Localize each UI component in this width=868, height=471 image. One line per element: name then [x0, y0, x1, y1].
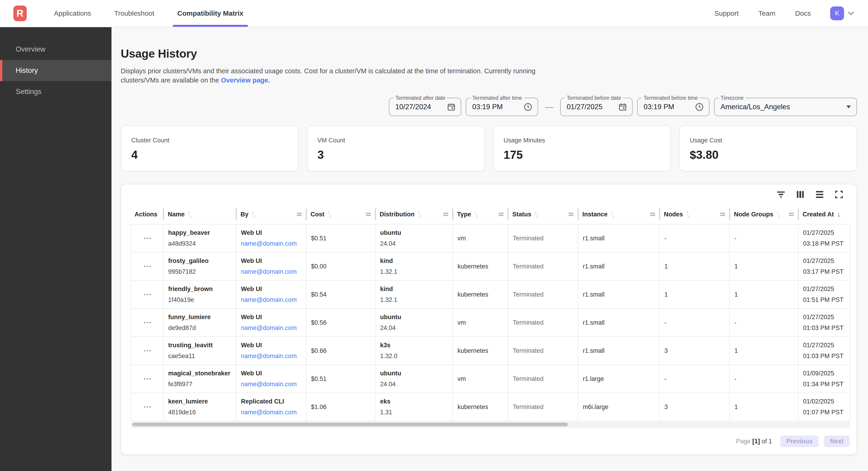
sort-icon[interactable]: ↑↓ — [187, 211, 192, 218]
table-cell — [130, 225, 163, 252]
sort-icon[interactable]: ↑↓ — [534, 211, 539, 218]
density-icon[interactable] — [814, 189, 825, 200]
nodes-value: 1 — [664, 289, 726, 300]
next-page-button[interactable]: Next — [824, 436, 849, 447]
column-header-nodes[interactable]: Nodes↑↓ — [660, 205, 730, 224]
instance-value: m6i.large — [583, 402, 656, 412]
cluster-id: 995b7182 — [168, 266, 232, 277]
sidebar-item-settings[interactable]: Settings — [0, 81, 112, 102]
filter-icon[interactable] — [776, 189, 786, 200]
created-by-email-link[interactable]: name@domain.com — [241, 379, 302, 390]
column-menu-icon[interactable] — [789, 213, 794, 216]
table-row: magical_stonebrakerfe3f8977Web UIname@do… — [130, 365, 850, 393]
table-cell: 01/09/202501:34 PM PST — [799, 365, 850, 393]
top-link-docs[interactable]: Docs — [795, 9, 811, 17]
created-by-email-link[interactable]: name@domain.com — [241, 323, 302, 333]
row-actions-icon[interactable] — [144, 238, 151, 239]
created-by-email-link[interactable]: name@domain.com — [241, 266, 302, 277]
scrollbar-thumb[interactable] — [132, 422, 568, 426]
sort-icon[interactable]: ↑↓ — [776, 211, 781, 218]
calendar-icon[interactable] — [447, 103, 455, 111]
column-header-status[interactable]: Status↑↓ — [508, 205, 578, 224]
column-menu-icon[interactable] — [568, 213, 574, 216]
table-cell: frosty_galileo995b7182 — [163, 253, 236, 280]
column-menu-icon[interactable] — [650, 213, 655, 216]
sidebar-item-history[interactable]: History — [0, 60, 112, 81]
row-actions-icon[interactable] — [144, 350, 151, 351]
sidebar-item-overview[interactable]: Overview — [0, 39, 112, 60]
column-menu-icon[interactable] — [443, 213, 448, 216]
table-cell: Web UIname@domain.com — [236, 365, 306, 393]
previous-page-button[interactable]: Previous — [780, 436, 818, 447]
column-header-created-at[interactable]: Created At↓ — [799, 205, 850, 224]
fullscreen-icon[interactable] — [834, 189, 844, 200]
table-body: happy_beavera48d9324Web UIname@domain.co… — [130, 225, 850, 421]
table-cell: 01/27/202503:17 PM PST — [799, 253, 850, 280]
instance-value: r1.small — [583, 261, 656, 272]
sort-icon[interactable]: ↑↓ — [327, 211, 332, 218]
column-header-by[interactable]: By↑↓ — [236, 205, 306, 224]
created-by-email-link[interactable]: name@domain.com — [241, 351, 302, 361]
table-cell: trusting_leavittcae5ea11 — [163, 337, 236, 364]
column-header-cost[interactable]: Cost↑↓ — [306, 205, 375, 224]
stat-value: 175 — [503, 148, 660, 161]
top-link-support[interactable]: Support — [714, 9, 739, 17]
stat-label: Usage Minutes — [503, 137, 660, 144]
filter-terminated-after-date[interactable]: Terminated after date10/27/2024 — [389, 98, 461, 116]
stat-card-cluster-count: Cluster Count4 — [121, 125, 299, 171]
filter-label: Terminated before date — [565, 95, 623, 101]
column-menu-icon[interactable] — [297, 213, 302, 216]
tab-compatibility-matrix[interactable]: Compatibility Matrix — [173, 0, 248, 27]
table-cell: funny_lumierede9ed87d — [163, 309, 236, 336]
column-menu-icon[interactable] — [720, 213, 725, 216]
app-logo[interactable]: R — [13, 5, 27, 21]
tab-applications[interactable]: Applications — [49, 0, 96, 27]
overview-page-link[interactable]: Overview page. — [221, 77, 270, 84]
sort-icon[interactable]: ↑↓ — [686, 211, 690, 218]
table-cell: r1.small — [578, 309, 660, 336]
row-actions-icon[interactable] — [144, 406, 151, 408]
table-cell: Web UIname@domain.com — [236, 309, 306, 336]
table-header-row: ActionsName↑↓By↑↓Cost↑↓Distribution↑↓Typ… — [130, 205, 850, 225]
sort-icon[interactable]: ↑↓ — [474, 211, 478, 218]
column-menu-icon[interactable] — [366, 213, 371, 216]
calendar-icon[interactable] — [619, 103, 627, 111]
table-cell: k3s1.32.0 — [375, 337, 453, 364]
column-header-node-groups[interactable]: Node Groups↑↓ — [730, 205, 799, 224]
sort-icon[interactable]: ↑↓ — [417, 211, 422, 218]
columns-icon[interactable] — [795, 189, 805, 200]
dropdown-arrow-icon[interactable] — [846, 106, 851, 108]
clock-icon[interactable] — [695, 103, 704, 111]
sort-icon[interactable]: ↑↓ — [611, 211, 615, 218]
column-menu-icon[interactable] — [498, 213, 503, 216]
tab-troubleshoot[interactable]: Troubleshoot — [110, 0, 159, 27]
created-by-email-link[interactable]: name@domain.com — [241, 294, 302, 305]
column-header-distribution[interactable]: Distribution↑↓ — [375, 205, 453, 224]
sort-icon[interactable]: ↑↓ — [251, 211, 256, 218]
table-cell: Web UIname@domain.com — [236, 281, 306, 308]
column-header-instance[interactable]: Instance↑↓ — [578, 205, 660, 224]
filter-label: Terminated after date — [394, 95, 447, 101]
sort-desc-icon[interactable]: ↓ — [837, 210, 841, 218]
table-cell — [130, 309, 163, 336]
chevron-down-icon[interactable] — [847, 10, 855, 17]
row-actions-icon[interactable] — [144, 294, 151, 295]
row-actions-icon[interactable] — [144, 378, 151, 380]
created-by-email-link[interactable]: name@domain.com — [241, 238, 302, 249]
column-header-type[interactable]: Type↑↓ — [453, 205, 508, 224]
avatar[interactable]: K — [830, 6, 844, 20]
filter-timezone[interactable]: TimezoneAmerica/Los_Angeles — [714, 98, 857, 116]
filter-terminated-before-time[interactable]: Terminated before time03:19 PM — [637, 98, 710, 116]
filter-terminated-before-date[interactable]: Terminated before date01/27/2025 — [560, 98, 632, 116]
row-actions-icon[interactable] — [144, 322, 151, 323]
created-by-email-link[interactable]: name@domain.com — [241, 407, 302, 418]
row-actions-icon[interactable] — [144, 266, 151, 267]
column-header-name[interactable]: Name↑↓ — [163, 205, 236, 224]
table-cell: keen_lumiere4819de16 — [163, 393, 236, 421]
top-link-team[interactable]: Team — [758, 9, 775, 17]
table-cell: ubuntu24.04 — [375, 365, 453, 393]
scrollbar-track[interactable] — [130, 422, 850, 427]
clock-icon[interactable] — [524, 103, 532, 111]
table-cell: kubernetes — [453, 337, 508, 364]
filter-terminated-after-time[interactable]: Terminated after time03:19 PM — [466, 98, 538, 116]
